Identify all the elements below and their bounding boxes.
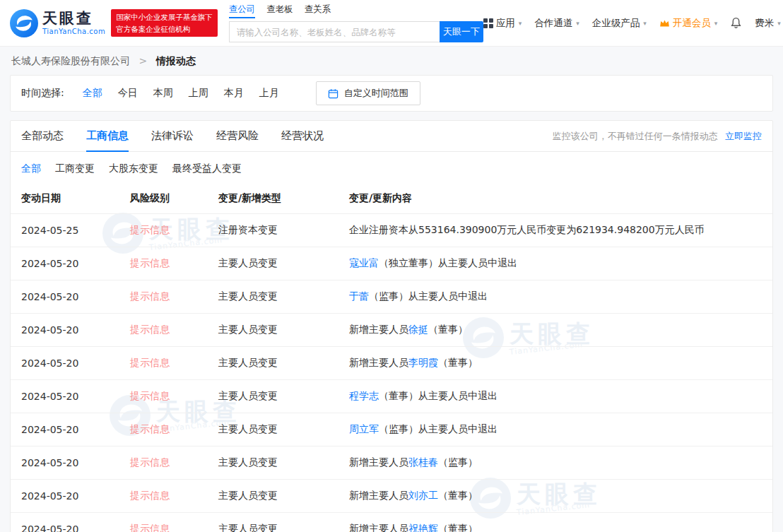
tianyancha-logo[interactable]: 天眼查 TianYanCha.com: [10, 9, 105, 37]
search-area: 查公司查老板查关系 天眼一下: [229, 4, 483, 42]
person-link[interactable]: 程学志: [349, 390, 379, 401]
content-text: （董事）: [428, 324, 468, 335]
monitor-now-link[interactable]: 立即监控: [725, 131, 762, 141]
cell-change-date: 2024-05-20: [21, 357, 130, 369]
tab-legal-litigation[interactable]: 法律诉讼: [151, 121, 194, 152]
tab-business-info[interactable]: 工商信息: [86, 121, 129, 152]
chevron-down-icon: ▾: [714, 20, 718, 27]
content-text: （董事）: [438, 523, 478, 532]
cell-change-content: 寇业富（独立董事）从主要人员中退出: [349, 257, 762, 270]
person-link[interactable]: 徐挺: [408, 324, 428, 335]
nav-item-label: 开通会员: [673, 17, 711, 30]
content-text: （独立董事）从主要人员中退出: [379, 257, 517, 268]
search-tab-boss[interactable]: 查老板: [266, 4, 293, 18]
cell-risk-level[interactable]: 提示信息: [130, 324, 218, 336]
person-link[interactable]: 刘亦工: [408, 490, 438, 501]
cell-change-date: 2024-05-20: [21, 490, 130, 502]
tab-operation-status[interactable]: 经营状况: [281, 121, 324, 152]
time-option-this-week[interactable]: 本周: [151, 85, 176, 101]
cell-risk-level[interactable]: 提示信息: [130, 357, 218, 370]
category-tabs-row: 全部动态工商信息法律诉讼经营风险经营状况 监控该公司，不再错过任何一条情报动态 …: [11, 121, 772, 152]
subtab-business-change[interactable]: 工商变更: [55, 162, 95, 175]
breadcrumb-current: 情报动态: [156, 55, 196, 66]
person-link[interactable]: 寇业富: [349, 257, 379, 268]
cell-risk-level[interactable]: 提示信息: [130, 257, 218, 270]
nav-partner-channel[interactable]: 合作通道▾: [534, 17, 579, 30]
cell-change-content: 于蕾（监事）从主要人员中退出: [349, 290, 762, 303]
content-text: 新增主要人员: [349, 357, 408, 368]
time-option-last-week[interactable]: 上周: [186, 85, 211, 101]
time-filter-options: 全部今日本周上周本月上月: [80, 85, 282, 101]
cell-risk-level[interactable]: 提示信息: [130, 390, 218, 403]
cell-change-type: 主要人员变更: [218, 257, 349, 270]
chevron-down-icon: ▾: [519, 20, 522, 27]
cell-change-date: 2024-05-20: [21, 258, 130, 269]
cell-change-type: 主要人员变更: [218, 490, 349, 502]
time-option-this-month[interactable]: 本月: [221, 85, 247, 101]
nav-item-label: 费米: [755, 17, 774, 30]
nav-item-label: 合作通道: [534, 17, 572, 30]
search-button[interactable]: 天眼一下: [440, 21, 483, 42]
content-text: （监事）从主要人员中退出: [379, 423, 498, 435]
cell-risk-level[interactable]: 提示信息: [130, 456, 218, 469]
search-tab-company[interactable]: 查公司: [229, 4, 256, 18]
nav-enterprise-products[interactable]: 企业级产品▾: [592, 17, 647, 30]
custom-time-range-button[interactable]: 自定义时间范围: [316, 81, 420, 105]
cell-risk-level[interactable]: 提示信息: [130, 423, 218, 436]
time-option-all[interactable]: 全部: [80, 85, 105, 101]
person-link[interactable]: 于蕾: [349, 290, 369, 302]
content-text: （监事）从主要人员中退出: [369, 290, 488, 302]
cell-risk-level[interactable]: 提示信息: [130, 224, 218, 237]
cell-risk-level[interactable]: 提示信息: [130, 523, 218, 532]
person-link[interactable]: 祝艳辉: [408, 523, 438, 532]
tab-all-updates[interactable]: 全部动态: [21, 121, 64, 152]
cell-change-type: 主要人员变更: [218, 357, 349, 370]
top-header: 天眼查 TianYanCha.com 国家中小企业发展子基金旗下 官方备案企业征…: [0, 0, 783, 47]
breadcrumb-separator: >: [139, 55, 147, 66]
cell-change-date: 2024-05-25: [21, 225, 130, 236]
time-option-today[interactable]: 今日: [115, 85, 141, 101]
cell-change-type: 主要人员变更: [218, 390, 349, 403]
cell-change-content: 新增主要人员张桂春（监事）: [349, 456, 762, 469]
nav-open-membership[interactable]: 开通会员▾: [659, 17, 718, 30]
nav-apps[interactable]: 应用▾: [483, 17, 522, 30]
person-link[interactable]: 张桂春: [408, 456, 438, 468]
person-link[interactable]: 李明霞: [408, 357, 438, 368]
search-tab-relation[interactable]: 查关系: [305, 4, 331, 18]
search-input[interactable]: [229, 21, 440, 42]
chevron-down-icon: ▾: [643, 20, 647, 27]
content-text: （监事）: [438, 456, 478, 468]
badge-line-2: 官方备案企业征信机构: [116, 23, 213, 35]
page-root: 天眼查 TianYanCha.com 国家中小企业发展子基金旗下 官方备案企业征…: [0, 0, 783, 532]
chevron-down-icon: ▾: [576, 20, 579, 27]
cell-risk-level[interactable]: 提示信息: [130, 490, 218, 502]
table-row: 2024-05-20提示信息主要人员变更新增主要人员张桂春（监事）: [11, 447, 772, 480]
crown-icon: [659, 18, 670, 28]
nav-user-account[interactable]: 费米▾: [755, 17, 781, 30]
content-text: 新增主要人员: [349, 523, 408, 532]
time-option-last-month[interactable]: 上月: [257, 85, 282, 101]
tab-operation-risk[interactable]: 经营风险: [216, 121, 259, 152]
col-change-date: 变动日期: [21, 192, 130, 205]
cell-risk-level[interactable]: 提示信息: [130, 290, 218, 303]
cell-change-content: 新增主要人员李明霞（董事）: [349, 357, 762, 370]
subtab-ultimate-beneficiary-change[interactable]: 最终受益人变更: [172, 162, 242, 175]
nav-item-label: 企业级产品: [592, 17, 640, 30]
cell-change-date: 2024-05-20: [21, 291, 130, 302]
col-risk-level: 风险级别: [130, 192, 218, 205]
breadcrumb-company-link[interactable]: 长城人寿保险股份有限公司: [11, 55, 130, 66]
calendar-icon: [328, 88, 338, 99]
nav-item-label: 应用: [496, 17, 515, 30]
subtab-major-shareholder-change[interactable]: 大股东变更: [109, 162, 158, 175]
content-text: （董事）从主要人员中退出: [379, 390, 498, 401]
content-text: （董事）: [438, 357, 478, 368]
content-text: 新增主要人员: [349, 490, 408, 501]
search-box: 天眼一下: [229, 21, 483, 42]
subtab-all[interactable]: 全部: [21, 162, 41, 175]
cell-change-type: 注册资本变更: [218, 224, 349, 237]
nav-notification-bell[interactable]: [730, 17, 742, 29]
table-body: 2024-05-25提示信息注册资本变更企业注册资本从553164.390900…: [11, 214, 772, 532]
cell-change-content: 企业注册资本从553164.390900万元人民币变更为621934.94820…: [349, 224, 762, 237]
main-card: 天眼查TianYanCha.com天眼查TianYanCha.com天眼查Tia…: [10, 120, 773, 532]
person-link[interactable]: 周立军: [349, 423, 379, 435]
